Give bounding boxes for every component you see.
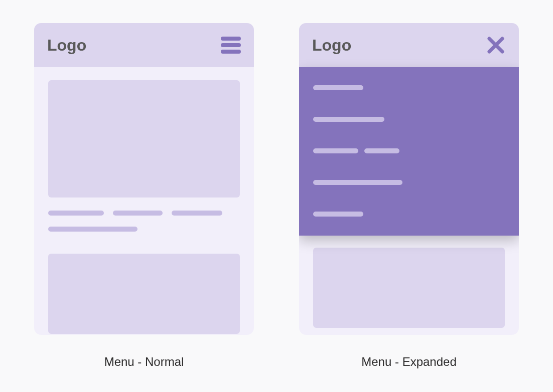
- content-block: [313, 248, 505, 328]
- text-placeholder-line: [48, 227, 137, 232]
- logo-text: Logo: [312, 36, 351, 55]
- content-area-normal: [34, 67, 254, 335]
- text-placeholder-line: [172, 211, 222, 216]
- close-icon: [487, 37, 504, 54]
- text-row: [48, 227, 240, 232]
- text-placeholder-line: [48, 211, 104, 216]
- caption-normal: Menu - Normal: [104, 355, 184, 369]
- text-placeholder-line: [113, 211, 163, 216]
- hamburger-line: [221, 43, 241, 47]
- menu-item[interactable]: [364, 148, 399, 153]
- menu-item[interactable]: [313, 148, 358, 153]
- menu-item[interactable]: [313, 85, 363, 90]
- content-block: [48, 80, 240, 198]
- menu-item[interactable]: [313, 180, 402, 185]
- menu-item-row: [313, 148, 505, 153]
- header-expanded: Logo: [299, 23, 519, 67]
- close-menu-button[interactable]: [486, 35, 506, 55]
- dropdown-menu-panel: [299, 67, 519, 236]
- header-normal: Logo: [34, 23, 254, 67]
- hamburger-icon: [221, 37, 241, 54]
- mockup-phone-normal: Logo: [34, 23, 254, 335]
- text-placeholder-group: [48, 211, 240, 232]
- mockup-normal-column: Logo Me: [34, 23, 254, 369]
- text-row: [48, 211, 240, 216]
- mockup-expanded-column: Logo Menu - Expanded: [299, 23, 519, 369]
- menu-item[interactable]: [313, 117, 384, 122]
- mockup-phone-expanded: Logo: [299, 23, 519, 335]
- hamburger-menu-button[interactable]: [221, 35, 241, 55]
- menu-item[interactable]: [313, 212, 363, 217]
- content-block: [48, 254, 240, 334]
- caption-expanded: Menu - Expanded: [361, 355, 456, 369]
- logo-text: Logo: [47, 36, 86, 55]
- hamburger-line: [221, 37, 241, 41]
- hamburger-line: [221, 50, 241, 54]
